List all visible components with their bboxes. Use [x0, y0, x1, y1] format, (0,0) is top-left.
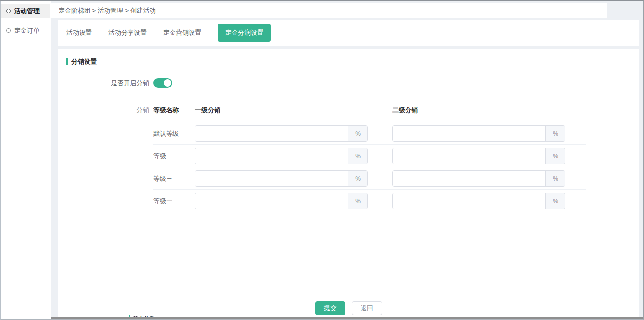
column-header-level2-distribution: 二级分销 — [392, 106, 565, 114]
distribution-table-header: 分销 等级名称 一级分销 二级分销 — [58, 106, 639, 122]
table-row: 等级一 % % — [153, 190, 586, 212]
circle-ring-icon — [6, 9, 11, 13]
percent-suffix: % — [348, 126, 367, 141]
bottom-edge-bar — [51, 317, 643, 319]
tab-bar: 活动设置 活动分享设置 定金营销设置 定金分润设置 — [58, 20, 639, 46]
tab-deposit-profit-settings[interactable]: 定金分润设置 — [218, 24, 271, 42]
level2-input-group: % — [392, 148, 565, 164]
level2-input-group: % — [392, 193, 565, 209]
main-area: 定金阶梯团 > 活动管理 > 创建活动 活动设置 活动分享设置 定金营销设置 定… — [51, 1, 643, 319]
tab-activity-share-settings[interactable]: 活动分享设置 — [108, 28, 147, 37]
enable-distribution-row: 是否开启分销 — [58, 78, 639, 88]
level1-input-group: % — [195, 193, 368, 209]
back-button[interactable]: 返回 — [352, 301, 382, 315]
column-header-level1-distribution: 一级分销 — [195, 106, 368, 114]
level2-input-group: % — [392, 125, 565, 142]
enable-distribution-label: 是否开启分销 — [58, 79, 153, 88]
table-row: 默认等级 % % — [153, 122, 586, 145]
level-name: 等级一 — [153, 197, 195, 206]
breadcrumb: 定金阶梯团 > 活动管理 > 创建活动 — [51, 3, 607, 18]
enable-distribution-toggle[interactable] — [153, 78, 172, 88]
level2-percent-input-row-1[interactable] — [393, 148, 545, 164]
level1-input-group: % — [195, 170, 368, 187]
sidebar-item-deposit-orders[interactable]: 定金订单 — [1, 24, 50, 37]
percent-suffix: % — [545, 126, 565, 141]
level2-percent-input-row-3[interactable] — [393, 193, 545, 209]
level1-percent-input-row-0[interactable] — [195, 126, 348, 141]
level-name: 默认等级 — [153, 129, 195, 138]
level2-input-group: % — [392, 170, 565, 187]
distribution-label: 分销 — [58, 106, 153, 114]
level2-percent-input-row-2[interactable] — [393, 171, 545, 186]
percent-suffix: % — [545, 148, 565, 164]
tab-deposit-marketing-settings[interactable]: 定金营销设置 — [163, 28, 201, 37]
distribution-table-body: 默认等级 % % 等级二 — [153, 122, 586, 212]
level1-input-group: % — [195, 148, 368, 164]
percent-suffix: % — [348, 171, 367, 186]
distribution-table: 分销 等级名称 一级分销 二级分销 默认等级 % — [58, 106, 639, 212]
percent-suffix: % — [348, 148, 367, 164]
level-name: 等级三 — [153, 174, 195, 183]
sidebar-item-label: 活动管理 — [14, 7, 40, 16]
submit-button[interactable]: 提交 — [315, 301, 345, 315]
toggle-knob-icon — [164, 79, 171, 87]
column-header-level-name: 等级名称 — [153, 106, 195, 114]
level1-percent-input-row-1[interactable] — [195, 148, 348, 164]
percent-suffix: % — [348, 193, 367, 209]
level2-percent-input-row-0[interactable] — [393, 126, 545, 141]
content-card: 分销设置 是否开启分销 分销 等级名称 一级分销 二级分销 — [58, 49, 639, 318]
tab-activity-settings[interactable]: 活动设置 — [66, 28, 92, 37]
percent-suffix: % — [545, 193, 565, 209]
sidebar: 活动管理 定金订单 — [1, 1, 50, 319]
form-footer: 提交 返回 — [58, 298, 639, 318]
level1-percent-input-row-3[interactable] — [195, 193, 348, 209]
app-window: 活动管理 定金订单 定金阶梯团 > 活动管理 > 创建活动 活动设置 活动分享设… — [0, 0, 644, 320]
sidebar-item-activity-management[interactable]: 活动管理 — [1, 4, 50, 18]
circle-ring-icon — [6, 28, 11, 33]
percent-suffix: % — [545, 171, 565, 186]
level1-input-group: % — [195, 125, 368, 142]
sidebar-item-label: 定金订单 — [14, 26, 40, 35]
level-name: 等级二 — [153, 152, 195, 160]
table-row: 等级二 % % — [153, 145, 586, 167]
level1-percent-input-row-2[interactable] — [195, 171, 348, 186]
accent-bar-icon — [66, 58, 68, 65]
section-title-distribution-settings: 分销设置 — [66, 57, 639, 66]
table-row: 等级三 % % — [153, 167, 586, 190]
